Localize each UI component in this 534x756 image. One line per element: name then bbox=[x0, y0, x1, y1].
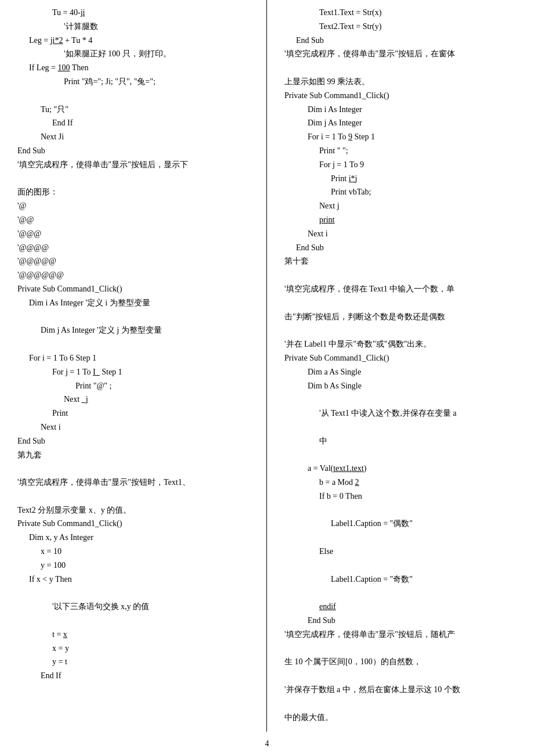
code-line: If b = 0 Then bbox=[319, 489, 522, 503]
code-line: Tu; "只" bbox=[41, 103, 255, 117]
code-line: '以下三条语句交换 x,y 的值 bbox=[52, 600, 255, 614]
code-line: Text2.Text = Str(y) bbox=[319, 20, 522, 34]
code-line bbox=[284, 586, 522, 600]
code-line: '@ bbox=[17, 199, 255, 213]
code-line: '从 Text1 中读入这个数,并保存在变量 a bbox=[319, 406, 522, 420]
code-line: Next i bbox=[41, 420, 255, 434]
code-line: 面的图形： bbox=[17, 185, 255, 199]
code-line: Label1.Caption = "奇数" bbox=[331, 573, 522, 586]
code-line bbox=[284, 420, 522, 434]
code-line: End If bbox=[41, 669, 255, 683]
code-line bbox=[284, 448, 522, 462]
code-line: 上显示如图 99 乘法表。 bbox=[284, 75, 522, 89]
columns: Tu = 40-ji'计算腿数Leg = ji*2 + Tu * 4'如果腿正好… bbox=[0, 0, 534, 732]
code-line: '填空完成程序，使得单击"显示"按钮后，显示下 bbox=[17, 158, 255, 172]
code-line bbox=[17, 310, 255, 324]
code-line: For i = 1 To 6 Step 1 bbox=[29, 351, 255, 365]
code-line: 生 10 个属于区间[0，100）的自然数， bbox=[284, 655, 522, 669]
code-line: End Sub bbox=[296, 34, 522, 48]
code-line: print bbox=[319, 213, 522, 227]
code-line: End Sub bbox=[17, 434, 255, 448]
code-line: Private Sub Command1_Click() bbox=[17, 517, 255, 531]
code-line bbox=[284, 393, 522, 406]
code-line bbox=[17, 586, 255, 600]
code-line: Print bbox=[52, 406, 255, 420]
code-line: Dim i As Integer bbox=[308, 103, 522, 117]
code-line: 击"判断"按钮后，判断这个数是奇数还是偶数 bbox=[284, 310, 522, 324]
code-line bbox=[17, 337, 255, 351]
code-line: 中的最大值。 bbox=[284, 711, 522, 725]
code-line: End Sub bbox=[296, 241, 522, 255]
code-line: Next Ji bbox=[41, 130, 255, 144]
code-line bbox=[284, 669, 522, 683]
code-line: a = Val(text1.text) bbox=[308, 462, 522, 476]
code-line: Dim a As Single bbox=[308, 365, 522, 379]
code-line: y = 100 bbox=[41, 559, 255, 573]
code-line: Text1.Text = Str(x) bbox=[319, 6, 522, 20]
code-line: Dim j As Integer bbox=[308, 116, 522, 130]
code-line bbox=[284, 296, 522, 310]
page: Tu = 40-ji'计算腿数Leg = ji*2 + Tu * 4'如果腿正好… bbox=[0, 0, 534, 756]
code-line: '@@@@@ bbox=[17, 254, 255, 268]
code-line: If Leg = 100 Then bbox=[29, 61, 255, 75]
code-line: Print " "; bbox=[319, 144, 522, 158]
code-line bbox=[17, 172, 255, 186]
code-line: Tu = 40-ji bbox=[52, 6, 255, 20]
code-line: x = 10 bbox=[41, 545, 255, 559]
page-number: 4 bbox=[265, 739, 269, 748]
code-line: '@@@@@@ bbox=[17, 268, 255, 282]
code-line bbox=[284, 323, 522, 337]
code-line bbox=[284, 503, 522, 517]
code-line: Else bbox=[319, 545, 522, 559]
code-line: t = x bbox=[52, 628, 255, 642]
code-line: '填空完成程序，使得单击"显示"按钮时，Text1、 bbox=[17, 476, 255, 489]
code-line: If x < y Then bbox=[29, 573, 255, 586]
code-line: Print "鸡="; Ji; "只", "兔="; bbox=[64, 75, 255, 89]
code-line bbox=[17, 89, 255, 103]
code-line bbox=[284, 642, 522, 656]
right-column: Text1.Text = Str(x)Text2.Text = Str(y)En… bbox=[267, 0, 534, 732]
code-line: '填空完成程序，使得单击"显示"按钮后，在窗体 bbox=[284, 47, 522, 61]
code-line: endif bbox=[319, 600, 522, 614]
code-line: '如果腿正好 100 只，则打印。 bbox=[64, 47, 255, 61]
code-line: Dim j As Integer '定义 j 为整型变量 bbox=[41, 323, 255, 337]
code-line: Print i*j bbox=[331, 172, 522, 186]
code-line: For j = 1 To I_ Step 1 bbox=[52, 365, 255, 379]
code-line: Leg = ji*2 + Tu * 4 bbox=[29, 34, 255, 48]
code-line: '@@@ bbox=[17, 227, 255, 241]
code-line: y = t bbox=[52, 655, 255, 669]
code-line: '填空完成程序，使得单击"显示"按钮后，随机产 bbox=[284, 628, 522, 642]
code-line: 第十套 bbox=[284, 254, 522, 268]
code-line bbox=[284, 531, 522, 545]
code-line bbox=[284, 268, 522, 282]
code-line bbox=[284, 697, 522, 711]
code-line: '并保存于数组 a 中，然后在窗体上显示这 10 个数 bbox=[284, 683, 522, 697]
code-line: '@@@@ bbox=[17, 241, 255, 255]
code-line: Private Sub Command1_Click() bbox=[284, 89, 522, 103]
left-column: Tu = 40-ji'计算腿数Leg = ji*2 + Tu * 4'如果腿正好… bbox=[0, 0, 267, 732]
code-line bbox=[17, 462, 255, 476]
code-line: Dim i As Integer '定义 i 为整型变量 bbox=[29, 296, 255, 310]
code-line: b = a Mod 2 bbox=[319, 476, 522, 489]
code-line: Label1.Caption = "偶数" bbox=[331, 517, 522, 531]
code-line: For j = 1 To 9 bbox=[319, 158, 522, 172]
code-line: Private Sub Command1_Click() bbox=[284, 351, 522, 365]
code-line: '并在 Label1 中显示"奇数"或"偶数"出来。 bbox=[284, 337, 522, 351]
code-line bbox=[17, 614, 255, 628]
code-line: End Sub bbox=[308, 614, 522, 628]
page-footer: 4 bbox=[0, 732, 534, 756]
code-line: End If bbox=[52, 116, 255, 130]
code-line: Private Sub Command1_Click() bbox=[17, 282, 255, 296]
code-line: 第九套 bbox=[17, 448, 255, 462]
code-line bbox=[284, 61, 522, 75]
code-line: 中 bbox=[319, 434, 522, 448]
code-line: For i = 1 To 9 Step 1 bbox=[308, 130, 522, 144]
code-line: Next j bbox=[319, 199, 522, 213]
code-line bbox=[17, 489, 255, 503]
code-line: Text2 分别显示变量 x、y 的值。 bbox=[17, 503, 255, 517]
code-line: Dim x, y As Integer bbox=[29, 531, 255, 545]
code-line: Dim b As Single bbox=[308, 379, 522, 393]
code-line bbox=[284, 559, 522, 573]
code-line: x = y bbox=[52, 642, 255, 656]
code-line: '填空完成程序，使得在 Text1 中输入一个数，单 bbox=[284, 282, 522, 296]
